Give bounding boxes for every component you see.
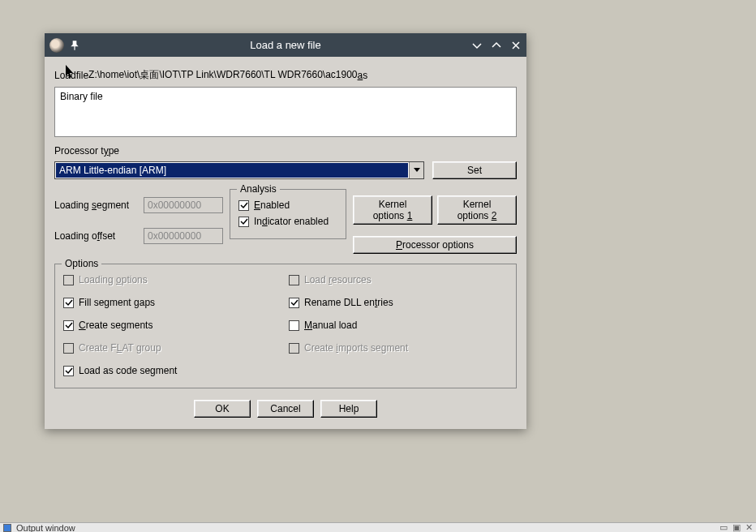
processor-type-combo[interactable]: ARM Little-endian [ARM] [54, 161, 424, 179]
rename-dll-entries-checkbox[interactable] [289, 298, 299, 308]
combo-dropdown-button[interactable] [409, 162, 423, 178]
loading-offset-label: Loading offset [54, 230, 139, 242]
panel-restore-icon[interactable]: ▭ [719, 522, 728, 532]
create-segments-label: Create segments [79, 320, 152, 331]
load-as-code-segment-checkbox[interactable] [63, 366, 74, 376]
set-button[interactable]: Set [432, 161, 517, 179]
panel-close-icon[interactable]: ✕ [745, 522, 753, 532]
processor-type-value: ARM Little-endian [ARM] [56, 163, 408, 178]
file-type-list[interactable]: Binary file [54, 87, 517, 137]
options-group: Options Loading options Load resources F… [54, 264, 517, 388]
rename-dll-entries-label: Rename DLL entries [304, 297, 393, 308]
manual-load-label: Manual load [304, 320, 357, 331]
app-icon [49, 38, 64, 53]
output-window-label[interactable]: Output window [16, 523, 75, 533]
indicator-enabled-label: Indicator enabled [254, 216, 329, 227]
analysis-enabled-label: Enabled [254, 200, 290, 211]
panel-maximize-icon[interactable]: ▣ [732, 522, 741, 532]
indicator-enabled-checkbox[interactable] [238, 217, 249, 227]
loading-options-label: Loading options [79, 274, 148, 285]
loading-segment-label: Loading segment [54, 200, 139, 211]
file-path-row: Loa d file Z:\home\iot\桌面\IOT\TP Link\WD… [54, 68, 517, 82]
options-legend: Options [62, 258, 101, 269]
processor-options-button[interactable]: Processor options [353, 236, 517, 254]
titlebar[interactable]: Load a new file [45, 33, 526, 57]
load-resources-checkbox[interactable] [289, 275, 299, 285]
create-segments-checkbox[interactable] [63, 320, 74, 331]
help-button[interactable]: Help [320, 400, 377, 418]
kernel-options-2-button[interactable]: Kernel options 2 [437, 195, 517, 225]
load-file-dialog: Load a new file Loa d file Z:\home\iot\桌… [45, 33, 526, 429]
output-window-icon [3, 524, 11, 532]
fill-segment-gaps-label: Fill segment gaps [79, 297, 155, 308]
create-imports-segment-checkbox[interactable] [289, 343, 299, 354]
analysis-group: Analysis Enabled Indicator enabled [230, 189, 346, 239]
fill-segment-gaps-checkbox[interactable] [63, 298, 74, 308]
ok-button[interactable]: OK [194, 400, 251, 418]
create-imports-segment-label: Create imports segment [304, 342, 408, 354]
chevron-down-icon [414, 168, 420, 173]
create-flat-group-checkbox[interactable] [63, 343, 74, 354]
minimize-icon[interactable] [471, 40, 483, 51]
loading-options-checkbox[interactable] [63, 275, 74, 285]
analysis-enabled-checkbox[interactable] [238, 200, 249, 211]
loading-offset-input[interactable] [144, 228, 223, 244]
analysis-legend: Analysis [237, 183, 280, 195]
file-path-text: Z:\home\iot\桌面\IOT\TP Link\WDR7660\TL WD… [88, 68, 357, 82]
maximize-icon[interactable] [491, 40, 502, 51]
create-flat-group-label: Create FLAT group [79, 342, 161, 354]
cancel-button[interactable]: Cancel [257, 400, 314, 418]
status-bar: Output window ▭ ▣ ✕ [0, 522, 756, 532]
window-title: Load a new file [45, 39, 526, 51]
close-icon[interactable] [510, 40, 522, 51]
load-as-code-segment-label: Load as code segment [79, 365, 177, 376]
loading-segment-input[interactable] [144, 197, 223, 213]
kernel-options-1-button[interactable]: Kernel options 1 [353, 195, 432, 225]
load-resources-label: Load resources [304, 274, 372, 285]
pin-icon[interactable] [69, 40, 80, 51]
cursor-icon [66, 65, 75, 79]
file-type-item[interactable]: Binary file [60, 91, 511, 102]
manual-load-checkbox[interactable] [289, 320, 299, 331]
processor-type-label: Processor type [54, 145, 517, 157]
